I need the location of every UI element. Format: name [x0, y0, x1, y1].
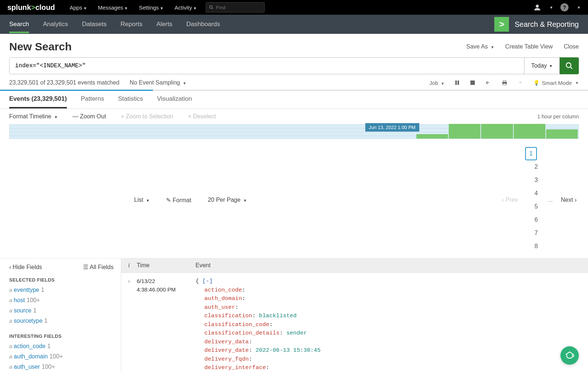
time-range-picker[interactable]: Today ▼ [524, 57, 560, 74]
column-time[interactable]: Time [137, 258, 190, 272]
page-title: New Search [9, 40, 72, 53]
pause-icon[interactable] [455, 80, 460, 85]
tab-events[interactable]: Events (23,329,501) [9, 95, 67, 108]
svg-rect-6 [458, 81, 459, 85]
page-button-4[interactable]: 4 [530, 187, 542, 200]
svg-point-0 [210, 6, 212, 8]
find-input[interactable] [216, 5, 262, 10]
format-timeline-dropdown[interactable]: Format Timeline ▼ [9, 113, 58, 120]
stop-icon[interactable] [470, 80, 475, 85]
svg-line-4 [570, 67, 573, 69]
app-navbar: Search Analytics Datasets Reports Alerts… [0, 15, 588, 34]
appnav-alerts[interactable]: Alerts [157, 15, 172, 33]
timeline-bar[interactable] [416, 134, 448, 139]
hide-fields-button[interactable]: ‹ Hide Fields [9, 264, 42, 271]
page-button-1[interactable]: 1 [525, 147, 537, 160]
menu-settings[interactable]: Settings▼ [139, 4, 164, 11]
help-caret[interactable]: ▼ [577, 6, 581, 10]
page-button-3[interactable]: 3 [530, 174, 542, 187]
appnav-analytics[interactable]: Analytics [43, 15, 68, 33]
global-topbar: splunk>cloud Apps▼ Messages▼ Settings▼ A… [0, 0, 588, 15]
field-item[interactable]: aaction_code1 [9, 341, 121, 351]
print-icon[interactable] [502, 80, 508, 85]
page-button-2[interactable]: 2 [530, 160, 542, 174]
brand-logo[interactable]: splunk>cloud [7, 3, 55, 12]
zoom-out-button[interactable]: — Zoom Out [72, 113, 106, 120]
tab-patterns[interactable]: Patterns [81, 95, 104, 108]
interesting-fields-title: INTERESTING FIELDS [9, 333, 121, 339]
page-button-7[interactable]: 7 [530, 226, 542, 240]
app-title: Search & Reporting [514, 20, 579, 29]
svg-rect-10 [503, 83, 506, 85]
page-button-8[interactable]: 8 [530, 240, 542, 253]
prev-page-button: ‹ Prev [500, 197, 520, 203]
create-table-view-button[interactable]: Create Table View [505, 43, 553, 50]
svg-line-1 [212, 8, 213, 9]
all-fields-button[interactable]: ☰ All Fields [83, 264, 114, 271]
job-dropdown[interactable]: Job ▼ [429, 80, 444, 86]
help-icon[interactable]: ? [560, 3, 569, 11]
appnav-datasets[interactable]: Datasets [82, 15, 107, 33]
user-icon[interactable] [534, 4, 541, 11]
run-search-button[interactable] [560, 57, 579, 74]
events-matched-text: 23,329,501 of 23,329,501 events matched [9, 79, 119, 86]
save-as-button[interactable]: Save As ▼ [466, 43, 494, 50]
page-button-5[interactable]: 5 [530, 200, 542, 213]
menu-messages[interactable]: Messages▼ [98, 4, 128, 11]
reload-icon[interactable] [485, 80, 491, 85]
close-button[interactable]: Close [564, 43, 579, 50]
column-event[interactable]: Event [190, 258, 588, 272]
timeline-scale-label: 1 hour per column [537, 114, 579, 119]
timeline-bar[interactable] [546, 129, 578, 139]
field-item[interactable]: asourcetype1 [9, 316, 121, 326]
timeline-tooltip: Jun 13, 2022 1:00 PM [365, 123, 419, 132]
expand-event-button[interactable]: › [121, 277, 137, 372]
export-icon[interactable] [518, 80, 523, 85]
column-info[interactable]: i [121, 258, 137, 272]
search-mode-dropdown[interactable]: 💡Smart Mode ▼ [533, 80, 579, 86]
field-item[interactable]: aauth_domain100+ [9, 351, 121, 362]
field-item[interactable]: aauth_user100+ [9, 362, 121, 372]
pagination: ‹ Prev 12345678 ... Next › [500, 147, 579, 253]
deselect-button: × Deselect [188, 113, 216, 120]
fields-sidebar: ‹ Hide Fields ☰ All Fields SELECTED FIEL… [0, 258, 121, 372]
per-page-dropdown[interactable]: 20 Per Page ▼ [208, 197, 247, 204]
menu-apps[interactable]: Apps▼ [69, 4, 87, 11]
app-logo-icon: > [494, 17, 509, 32]
zoom-to-selection-button: + Zoom to Selection [121, 113, 173, 120]
svg-point-2 [536, 5, 539, 8]
help-fab-icon[interactable] [560, 346, 579, 365]
svg-rect-5 [455, 81, 457, 85]
tab-visualization[interactable]: Visualization [157, 95, 192, 108]
event-sampling-dropdown[interactable]: No Event Sampling ▼ [130, 79, 186, 86]
menu-activity[interactable]: Activity▼ [175, 4, 197, 11]
timeline-bar[interactable] [481, 124, 513, 139]
list-view-dropdown[interactable]: List ▼ [134, 197, 150, 204]
search-query-input[interactable] [9, 57, 524, 74]
user-caret[interactable]: ▼ [549, 6, 553, 10]
search-icon [209, 5, 214, 10]
page-button-6[interactable]: 6 [530, 213, 542, 226]
appnav-reports[interactable]: Reports [121, 15, 143, 33]
timeline-chart[interactable]: Jun 13, 2022 1:00 PM [9, 124, 579, 139]
event-json-body[interactable]: { [-] action_code:auth_domain:auth_user:… [190, 277, 588, 372]
format-button[interactable]: ✎ Format [166, 197, 191, 204]
page-header: New Search Save As ▼ Create Table View C… [0, 34, 588, 57]
field-item[interactable]: aeventtype1 [9, 285, 121, 295]
svg-point-3 [566, 63, 571, 68]
timeline-bar[interactable] [514, 124, 545, 139]
events-table: i Time Event › 6/13/22 4:38:46.000 PM { … [121, 258, 588, 372]
field-item[interactable]: asource1 [9, 305, 121, 316]
svg-rect-7 [470, 81, 475, 85]
collapse-toggle[interactable]: [-] [202, 278, 213, 285]
field-item[interactable]: ahost100+ [9, 295, 121, 305]
global-find[interactable] [206, 2, 265, 12]
timeline-bar[interactable] [449, 124, 480, 139]
event-row: › 6/13/22 4:38:46.000 PM { [-] action_co… [121, 273, 588, 372]
tab-statistics[interactable]: Statistics [118, 95, 143, 108]
event-timestamp: 6/13/22 4:38:46.000 PM [137, 277, 190, 372]
appnav-search[interactable]: Search [9, 15, 29, 33]
page-ellipsis: ... [546, 197, 555, 203]
next-page-button[interactable]: Next › [559, 197, 579, 203]
appnav-dashboards[interactable]: Dashboards [186, 15, 220, 33]
